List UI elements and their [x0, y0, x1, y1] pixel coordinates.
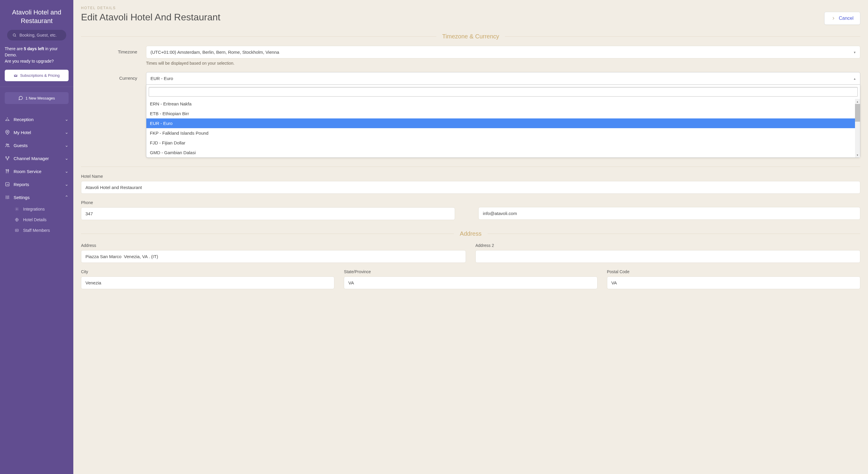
svg-point-3	[6, 144, 8, 145]
currency-search-input[interactable]	[149, 87, 858, 97]
sliders-icon	[5, 195, 10, 200]
scrollbar[interactable]: ▴ ▾	[855, 99, 860, 158]
email-input[interactable]	[478, 207, 860, 220]
nav-guests[interactable]: Guests ⌄	[0, 139, 73, 152]
cancel-button[interactable]: Cancel	[824, 12, 860, 25]
id-icon	[14, 228, 20, 232]
currency-select[interactable]: EUR - Euro	[146, 72, 860, 85]
section-divider-tz: Timezone & Currency	[81, 33, 860, 40]
state-input[interactable]	[344, 276, 597, 289]
network-icon	[5, 156, 10, 161]
hotel-name-label: Hotel Name	[81, 174, 860, 179]
currency-option[interactable]: ERN - Eritrean Nakfa	[146, 99, 860, 109]
state-label: State/Province	[344, 269, 597, 274]
nav-reports[interactable]: Reports ⌄	[0, 178, 73, 191]
chevron-down-icon: ⌄	[65, 130, 69, 135]
svg-point-9	[16, 208, 18, 210]
nav-staff-members[interactable]: Staff Members	[9, 225, 73, 236]
svg-point-2	[7, 131, 8, 133]
currency-option[interactable]: GMD - Gambian Dalasi	[146, 148, 860, 158]
currency-option[interactable]: EUR - Euro	[146, 118, 860, 128]
main-nav: Reception ⌄ My Hotel ⌄ Guests ⌄ Channel …	[0, 109, 73, 236]
cutlery-icon	[5, 169, 10, 174]
svg-point-12	[16, 230, 17, 230]
svg-point-5	[6, 157, 6, 158]
breadcrumb: HOTEL DETAILS	[81, 6, 860, 10]
section-divider-address: Address	[81, 230, 860, 237]
timezone-label: Timezone	[81, 46, 137, 54]
chat-icon	[18, 96, 23, 100]
postal-label: Postal Code	[607, 269, 860, 274]
svg-point-0	[13, 34, 16, 36]
phone-input[interactable]	[81, 207, 455, 220]
currency-option[interactable]: ETB - Ethiopian Birr	[146, 109, 860, 118]
settings-submenu: Integrations Hotel Details Staff Members	[0, 204, 73, 236]
bell-icon	[5, 117, 10, 122]
chevron-right-icon	[831, 16, 836, 21]
sidebar: Atavoli Hotel and Restaurant There are 5…	[0, 0, 73, 474]
svg-point-6	[8, 157, 9, 158]
address2-input[interactable]	[475, 250, 860, 263]
timezone-helper: Times will be displayed based on your se…	[146, 61, 860, 66]
currency-option-list[interactable]: ERN - Eritrean Nakfa ETB - Ethiopian Bir…	[146, 99, 860, 158]
subscriptions-button[interactable]: Subscriptions & Pricing	[5, 70, 69, 81]
gear-icon	[14, 207, 20, 211]
search-input[interactable]	[20, 33, 61, 37]
nav-room-service[interactable]: Room Service ⌄	[0, 165, 73, 178]
svg-point-7	[7, 159, 8, 160]
nav-settings[interactable]: Settings ⌃	[0, 191, 73, 204]
chevron-down-icon: ⌄	[65, 117, 69, 122]
postal-input[interactable]	[607, 276, 860, 289]
scrollbar-thumb[interactable]	[855, 104, 860, 122]
currency-dropdown-panel: ERN - Eritrean Nakfa ETB - Ethiopian Bir…	[146, 85, 860, 158]
svg-point-4	[8, 144, 9, 145]
app-title: Atavoli Hotel and Restaurant	[0, 0, 73, 30]
pin-icon	[5, 130, 10, 135]
address-input[interactable]	[81, 250, 466, 263]
svg-line-1	[15, 36, 16, 37]
report-icon	[5, 182, 10, 187]
demo-notice: There are 5 days left in your Demo. Are …	[0, 46, 73, 70]
chevron-down-icon: ⌄	[65, 143, 69, 148]
currency-option[interactable]: FKP - Falkland Islands Pound	[146, 128, 860, 138]
chevron-down-icon: ⌄	[65, 156, 69, 161]
address-label: Address	[81, 243, 466, 248]
users-icon	[5, 143, 10, 148]
crown-icon	[13, 73, 18, 78]
city-input[interactable]	[81, 276, 334, 289]
search-icon	[12, 33, 17, 37]
scroll-down-button[interactable]: ▾	[855, 153, 860, 158]
nav-integrations[interactable]: Integrations	[9, 204, 73, 214]
phone-label: Phone	[81, 200, 860, 205]
city-label: City	[81, 269, 334, 274]
nav-channel-manager[interactable]: Channel Manager ⌄	[0, 152, 73, 165]
scroll-up-button[interactable]: ▴	[855, 99, 860, 104]
messages-button[interactable]: 1 New Messages	[5, 92, 69, 104]
timezone-select[interactable]: (UTC+01:00) Amsterdam, Berlin, Bern, Rom…	[146, 46, 860, 59]
chevron-up-icon: ⌃	[65, 195, 69, 200]
main-content: HOTEL DETAILS Edit Atavoli Hotel And Res…	[73, 0, 868, 474]
search-box[interactable]	[7, 30, 66, 40]
globe-icon	[14, 218, 20, 222]
nav-hotel-details[interactable]: Hotel Details	[9, 214, 73, 225]
currency-label: Currency	[81, 72, 137, 80]
hotel-name-input[interactable]	[81, 181, 860, 194]
nav-my-hotel[interactable]: My Hotel ⌄	[0, 126, 73, 139]
address2-label: Address 2	[475, 243, 860, 248]
svg-rect-11	[16, 229, 19, 232]
chevron-down-icon: ⌄	[65, 182, 69, 187]
nav-reception[interactable]: Reception ⌄	[0, 113, 73, 126]
page-title: Edit Atavoli Hotel And Restaurant	[81, 12, 220, 23]
currency-option[interactable]: FJD - Fijian Dollar	[146, 138, 860, 148]
chevron-down-icon: ⌄	[65, 169, 69, 174]
